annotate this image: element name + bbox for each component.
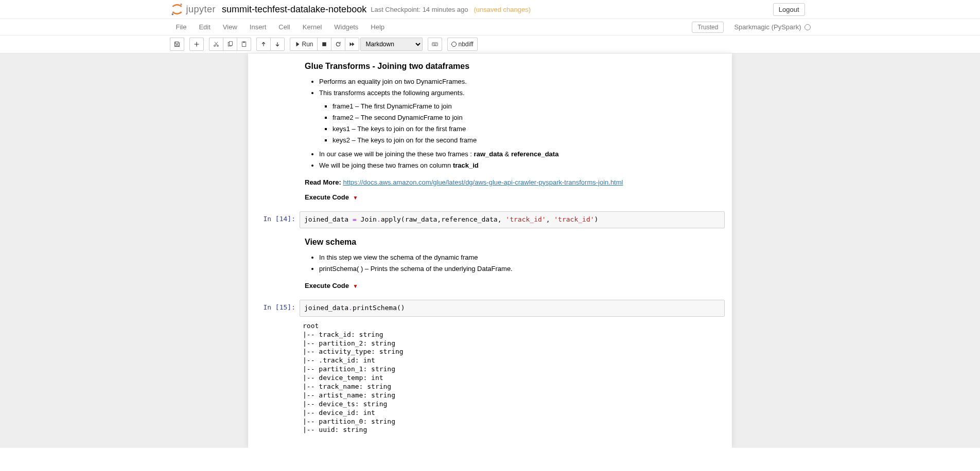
restart-button[interactable] (331, 38, 345, 51)
menu-file[interactable]: File (170, 19, 193, 35)
list-item: We will be joing these two frames on col… (319, 160, 675, 171)
checkpoint-status: Last Checkpoint: 14 minutes ago (unsaved… (371, 6, 531, 13)
code-input[interactable]: joined_data.printSchema() (300, 300, 725, 317)
list-item: keys1 – The keys to join on for the firs… (332, 123, 675, 135)
cell-heading: View schema (305, 238, 675, 247)
cell-heading: Glue Transforms - Joining two dataframes (305, 62, 675, 71)
cut-button[interactable] (209, 38, 223, 51)
save-button[interactable] (170, 38, 184, 51)
command-palette-button[interactable] (428, 38, 442, 51)
list-item: keys2 – The keys to join on for the seco… (332, 135, 675, 146)
logout-button[interactable]: Logout (773, 3, 805, 16)
notebook-name[interactable]: summit-techfest-datalake-notebook (222, 4, 366, 15)
list-item: Performs an equality join on two Dynamic… (319, 76, 675, 87)
paste-icon (241, 41, 247, 47)
checkpoint-time: 14 minutes ago (423, 6, 468, 13)
menu-view[interactable]: View (217, 19, 243, 35)
svg-point-0 (180, 4, 182, 6)
jupyter-brand-text: jupyter (186, 4, 216, 15)
cell-type-select[interactable]: Code Markdown Raw NBConvert Heading (360, 38, 423, 51)
notebook-area: Glue Transforms - Joining two dataframes… (0, 53, 980, 448)
svg-point-1 (171, 13, 173, 15)
paste-button[interactable] (237, 38, 251, 51)
header: jupyter summit-techfest-datalake-noteboo… (0, 0, 980, 19)
output-prompt (248, 319, 300, 437)
toolbar: Run Code Markdown Raw NBConvert Heading … (0, 35, 980, 53)
list-item: frame2 – The second DynamicFrame to join (332, 112, 675, 123)
arrow-up-icon (260, 41, 267, 47)
interrupt-button[interactable] (317, 38, 331, 51)
read-more: Read More: https://docs.aws.amazon.com/g… (305, 178, 675, 186)
kernel-status-icon (804, 24, 811, 30)
menu-widgets[interactable]: Widgets (328, 19, 364, 35)
arrow-down-red-icon: ▼ (353, 195, 358, 201)
output-text: root |-- track_id: string |-- partition_… (300, 319, 725, 437)
checkpoint-prefix: Last Checkpoint: (371, 6, 421, 13)
kernel-indicator[interactable]: Sparkmagic (PySpark) (734, 23, 810, 31)
svg-rect-5 (229, 42, 232, 46)
arrow-down-icon (274, 41, 281, 47)
execute-label: Execute Code ▼ (305, 193, 675, 201)
menu-cell[interactable]: Cell (272, 19, 296, 35)
input-prompt: In [15]: (248, 300, 300, 317)
menu-kernel[interactable]: Kernel (296, 19, 328, 35)
svg-rect-7 (243, 42, 244, 43)
jupyter-logo-icon (170, 2, 184, 16)
list-item: This transforms accepts the following ar… (319, 87, 675, 146)
run-label: Run (302, 41, 313, 48)
copy-icon (227, 41, 233, 47)
copy-button[interactable] (223, 38, 237, 51)
list-item: printSchema( ) – Prints the schema of th… (319, 263, 675, 275)
jupyter-logo[interactable]: jupyter (170, 2, 222, 16)
plus-icon (194, 41, 200, 47)
input-prompt: In [14]: (248, 211, 300, 228)
execute-label: Execute Code ▼ (305, 282, 675, 289)
run-button[interactable]: Run (290, 38, 318, 51)
unsaved-indicator: (unsaved changes) (474, 6, 531, 13)
kernel-name: Sparkmagic (PySpark) (734, 23, 801, 31)
menu-edit[interactable]: Edit (192, 19, 216, 35)
circle-icon (451, 42, 457, 47)
restart-icon (335, 41, 341, 47)
markdown-cell[interactable]: Glue Transforms - Joining two dataframes… (248, 53, 732, 210)
menubar: File Edit View Insert Cell Kernel Widget… (0, 19, 980, 35)
add-cell-button[interactable] (189, 38, 204, 51)
move-up-button[interactable] (256, 38, 271, 51)
fast-forward-icon (349, 41, 355, 47)
list-item: In our case we will be joining the these… (319, 149, 675, 160)
nbdiff-button[interactable]: nbdiff (447, 38, 478, 51)
menu-insert[interactable]: Insert (243, 19, 273, 35)
arrow-down-red-icon: ▼ (353, 283, 358, 289)
save-icon (174, 41, 180, 47)
output-cell: root |-- track_id: string |-- partition_… (248, 318, 732, 438)
menu-help[interactable]: Help (364, 19, 391, 35)
list-item: frame1 – The first DynamicFrame to join (332, 101, 675, 112)
move-down-button[interactable] (270, 38, 285, 51)
nbdiff-label: nbdiff (459, 41, 474, 48)
restart-run-all-button[interactable] (345, 38, 359, 51)
list-item: In this step we view the schema of the d… (319, 252, 675, 263)
cut-icon (213, 41, 219, 47)
code-cell[interactable]: In [14]: joined_data = Join.apply(raw_da… (248, 210, 732, 229)
keyboard-icon (432, 41, 438, 47)
stop-icon (321, 41, 327, 47)
svg-rect-8 (322, 42, 326, 46)
trusted-indicator[interactable]: Trusted (692, 22, 724, 33)
markdown-cell[interactable]: View schema In this step we view the sch… (248, 229, 732, 299)
run-icon (294, 41, 300, 47)
code-input[interactable]: joined_data = Join.apply(raw_data,refere… (300, 211, 725, 228)
code-cell[interactable]: In [15]: joined_data.printSchema() (248, 299, 732, 318)
read-more-link[interactable]: https://docs.aws.amazon.com/glue/latest/… (343, 178, 623, 186)
